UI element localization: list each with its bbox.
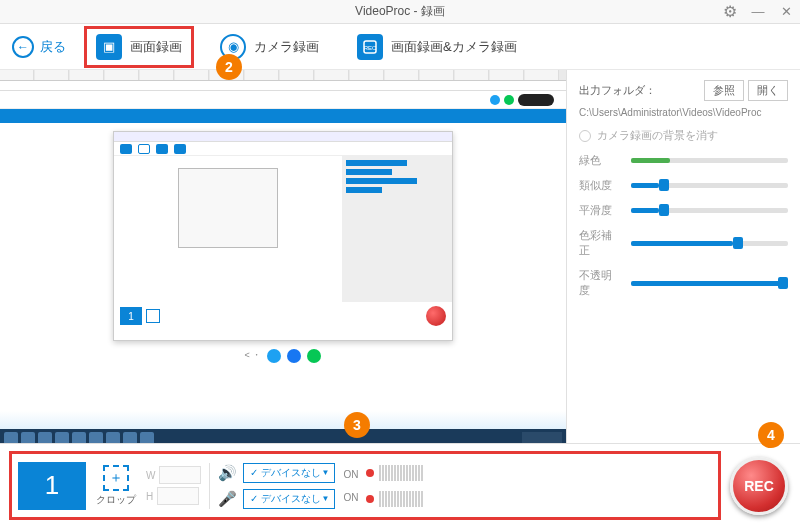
audio-devices: 🔊 デバイスなし 🎤 デバイスなし [218, 463, 335, 509]
open-button[interactable]: 開く [748, 80, 788, 101]
login-pill [518, 94, 554, 106]
remove-bg-label: カメラ録画の背景を消す [597, 128, 718, 143]
slider-smoothness[interactable]: 平滑度 [579, 203, 788, 218]
mode-both-label: 画面録画&カメラ録画 [391, 38, 517, 56]
mic-device-select[interactable]: デバイスなし [243, 489, 335, 509]
preview-taskbar [0, 429, 566, 443]
nested-preview: 1 [113, 131, 453, 341]
preview-url-bar [0, 81, 566, 91]
recording-controls: 1 ＋ クロップ W H 🔊 デバイスなし 🎤 デバイスなし ON ON [12, 454, 718, 517]
line-icon [504, 95, 514, 105]
level-dot-icon [366, 469, 374, 477]
nested-one-badge: 1 [120, 307, 142, 325]
nested-rec-icon [426, 306, 446, 326]
preview-page-nav [0, 109, 566, 123]
screen-icon: ▣ [96, 34, 122, 60]
back-arrow-icon: ← [12, 36, 34, 58]
crop-button[interactable]: ＋ クロップ [94, 465, 138, 507]
back-label: 戻る [40, 38, 66, 56]
remove-bg-row[interactable]: カメラ録画の背景を消す [579, 128, 788, 143]
svg-text:REC: REC [364, 45, 377, 51]
browse-button[interactable]: 参照 [704, 80, 744, 101]
twitter-icon [490, 95, 500, 105]
slider-chroma[interactable]: 緑色 [579, 153, 788, 168]
share-line-icon [307, 349, 321, 363]
mic-icon: 🎤 [218, 490, 237, 508]
output-path: C:\Users\Administrator\Videos\VideoProc [579, 107, 788, 118]
mode-screen-label: 画面録画 [130, 38, 182, 56]
speaker-on-label: ON [343, 469, 358, 480]
preview-page-header [0, 91, 566, 109]
speaker-device-select[interactable]: デバイスなし [243, 463, 335, 483]
record-button[interactable]: REC [730, 457, 788, 515]
annotation-marker-2: 2 [216, 54, 242, 80]
back-button[interactable]: ← 戻る [12, 36, 66, 58]
screen-count-badge[interactable]: 1 [18, 462, 86, 510]
mic-on-label: ON [343, 492, 358, 503]
preview-body: 1 < ・ [0, 91, 566, 411]
level-dot-icon [366, 495, 374, 503]
annotation-marker-3: 3 [344, 412, 370, 438]
slider-similarity[interactable]: 類似度 [579, 178, 788, 193]
window-controls: ⚙ — ✕ [716, 0, 800, 24]
height-input[interactable] [157, 487, 199, 505]
main-area: 1 < ・ 出力フォルダ： 参照 開く C: [0, 70, 800, 443]
rec-icon: REC [357, 34, 383, 60]
checkbox-icon [579, 130, 591, 142]
mode-both-record[interactable]: REC 画面録画&カメラ録画 [349, 30, 525, 64]
crop-icon: ＋ [103, 465, 129, 491]
minimize-button[interactable]: — [744, 0, 772, 24]
mode-camera-label: カメラ録画 [254, 38, 319, 56]
window-title: VideoProc - 録画 [355, 3, 445, 20]
titlebar: VideoProc - 録画 ⚙ — ✕ [0, 0, 800, 24]
audio-meters [366, 465, 423, 507]
bottom-bar: 1 ＋ クロップ W H 🔊 デバイスなし 🎤 デバイスなし ON ON [0, 443, 800, 527]
output-folder-label: 出力フォルダ： [579, 83, 656, 98]
share-row: < ・ [0, 349, 566, 363]
slider-opacity[interactable]: 不透明度 [579, 268, 788, 298]
mode-screen-record[interactable]: ▣ 画面録画 [88, 30, 190, 64]
settings-sidebar: 出力フォルダ： 参照 開く C:\Users\Administrator\Vid… [567, 70, 800, 443]
width-input[interactable] [159, 466, 201, 484]
share-twitter-icon [267, 349, 281, 363]
slider-spill[interactable]: 色彩補正 [579, 228, 788, 258]
toolbar: ← 戻る ▣ 画面録画 ◉ カメラ録画 REC 画面録画&カメラ録画 [0, 24, 800, 70]
preview-footer-wave [0, 411, 566, 429]
dimensions: W H [146, 466, 201, 505]
preview-browser-tabs [0, 70, 566, 81]
gear-icon[interactable]: ⚙ [716, 0, 744, 24]
preview-pane: 1 < ・ [0, 70, 567, 443]
speaker-icon: 🔊 [218, 464, 237, 482]
close-button[interactable]: ✕ [772, 0, 800, 24]
share-facebook-icon [287, 349, 301, 363]
annotation-marker-4: 4 [758, 422, 784, 448]
